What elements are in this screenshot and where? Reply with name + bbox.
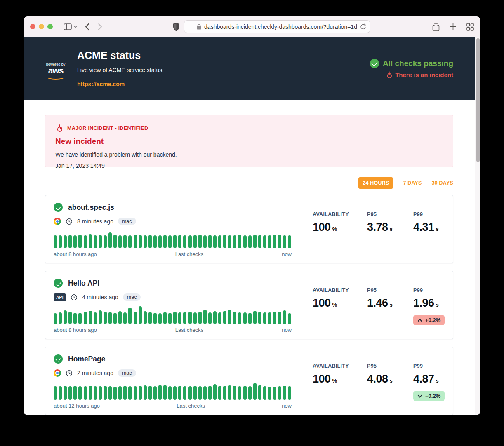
status-bar[interactable] [288, 235, 291, 248]
status-bar[interactable] [218, 312, 221, 324]
status-bar[interactable] [68, 386, 72, 400]
status-bar[interactable] [228, 385, 231, 400]
status-bar[interactable] [218, 235, 221, 248]
status-bar[interactable] [188, 386, 192, 400]
status-bar[interactable] [144, 235, 147, 248]
status-bar[interactable] [153, 386, 157, 400]
status-bar[interactable] [104, 312, 107, 324]
status-bar[interactable] [78, 235, 82, 248]
status-bar[interactable] [118, 386, 122, 400]
status-bar[interactable] [118, 311, 122, 324]
status-bar[interactable] [273, 235, 276, 248]
status-bar[interactable] [248, 386, 252, 400]
status-bar[interactable] [73, 235, 77, 248]
status-bar[interactable] [84, 235, 87, 248]
scrollbar-thumb[interactable] [476, 38, 480, 162]
status-bar[interactable] [278, 386, 281, 400]
status-bar[interactable] [263, 312, 266, 324]
status-bar[interactable] [213, 311, 217, 324]
status-bar[interactable] [158, 235, 162, 248]
status-bar[interactable] [203, 235, 207, 248]
status-bar[interactable] [144, 311, 147, 324]
acme-link[interactable]: https://acme.com [77, 81, 125, 87]
status-bar[interactable] [173, 235, 177, 248]
status-bar[interactable] [218, 386, 221, 400]
address-bar[interactable]: dashboards-incident.checkly-dashboards.c… [184, 20, 370, 33]
status-bar[interactable] [213, 384, 217, 400]
sidebar-chevron-down-icon[interactable] [73, 25, 78, 28]
status-bar[interactable] [78, 313, 82, 324]
status-bar[interactable] [193, 235, 197, 248]
status-bar[interactable] [99, 310, 102, 324]
status-bar[interactable] [128, 308, 132, 324]
status-bar[interactable] [168, 386, 172, 400]
status-bar-chart[interactable] [54, 382, 292, 400]
status-bar[interactable] [64, 310, 67, 324]
status-bar[interactable] [94, 235, 97, 248]
status-bar[interactable] [64, 235, 67, 248]
status-bar[interactable] [123, 386, 127, 400]
status-bar[interactable] [139, 235, 142, 248]
status-bar[interactable] [163, 385, 167, 400]
status-bar[interactable] [123, 312, 127, 324]
status-bar[interactable] [54, 386, 57, 400]
status-bar[interactable] [248, 313, 252, 324]
status-bar[interactable] [248, 235, 252, 248]
range-24-hours-button[interactable]: 24 HOURS [358, 177, 393, 189]
status-bar[interactable] [134, 235, 137, 248]
status-bar[interactable] [128, 235, 132, 248]
close-button[interactable] [30, 24, 35, 29]
status-bar[interactable] [168, 235, 172, 248]
status-bar[interactable] [283, 386, 286, 400]
status-bar[interactable] [183, 312, 186, 324]
status-bar[interactable] [113, 235, 117, 248]
status-bar[interactable] [139, 306, 142, 324]
status-bar[interactable] [89, 234, 92, 248]
status-bar[interactable] [253, 311, 257, 324]
tab-overview-icon[interactable] [466, 23, 474, 31]
minimize-button[interactable] [39, 24, 44, 29]
status-bar[interactable] [113, 387, 117, 400]
status-bar[interactable] [144, 385, 147, 400]
status-bar[interactable] [203, 386, 207, 400]
status-bar[interactable] [188, 235, 192, 248]
status-bar[interactable] [84, 386, 87, 400]
status-bar[interactable] [198, 386, 202, 400]
status-bar[interactable] [183, 386, 186, 400]
status-bar[interactable] [113, 313, 117, 324]
status-bar[interactable] [233, 386, 236, 400]
status-bar[interactable] [188, 312, 192, 324]
status-bar[interactable] [253, 383, 257, 400]
status-bar[interactable] [84, 312, 87, 324]
status-bar[interactable] [128, 386, 132, 400]
status-bar[interactable] [73, 386, 77, 400]
forward-button[interactable] [98, 23, 102, 31]
status-bar[interactable] [233, 312, 236, 324]
status-bar[interactable] [59, 235, 62, 248]
status-bar[interactable] [108, 312, 112, 324]
status-bar[interactable] [73, 313, 77, 324]
status-bar[interactable] [258, 235, 261, 248]
status-bar[interactable] [228, 235, 231, 248]
status-bar[interactable] [178, 312, 181, 324]
status-bar[interactable] [243, 235, 247, 248]
back-button[interactable] [85, 23, 89, 31]
status-bar[interactable] [139, 386, 142, 400]
status-bar[interactable] [134, 312, 137, 324]
range-30-days-button[interactable]: 30 DAYS [432, 180, 453, 186]
status-bar[interactable] [198, 235, 202, 248]
status-bar[interactable] [288, 386, 291, 400]
status-bar[interactable] [273, 312, 276, 324]
status-bar[interactable] [223, 386, 226, 400]
status-bar[interactable] [158, 313, 162, 324]
status-bar[interactable] [193, 312, 197, 324]
status-bar[interactable] [153, 235, 157, 248]
status-bar-chart[interactable] [54, 230, 292, 248]
status-bar[interactable] [173, 386, 177, 400]
status-bar[interactable] [193, 386, 197, 400]
status-bar[interactable] [89, 311, 92, 324]
status-bar[interactable] [278, 312, 281, 324]
status-bar[interactable] [173, 312, 177, 324]
status-bar[interactable] [283, 235, 286, 248]
status-bar[interactable] [273, 387, 276, 400]
